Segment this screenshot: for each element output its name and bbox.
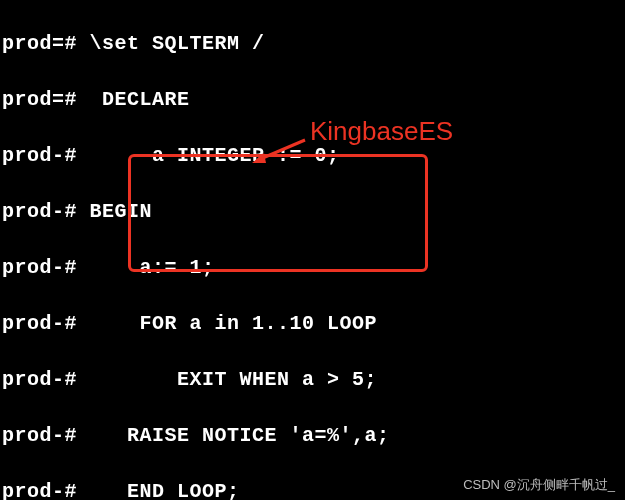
terminal-line: prod=# \set SQLTERM / (2, 30, 625, 58)
annotation-label: KingbaseES (310, 113, 453, 149)
terminal-line: prod-# RAISE NOTICE 'a=%',a; (2, 422, 625, 450)
terminal-line: prod-# BEGIN (2, 198, 625, 226)
terminal-line: prod-# FOR a in 1..10 LOOP (2, 310, 625, 338)
terminal-output: prod=# \set SQLTERM / prod=# DECLARE pro… (0, 0, 625, 500)
terminal-line: prod-# a:= 1; (2, 254, 625, 282)
watermark-text: CSDN @沉舟侧畔千帆过_ (463, 476, 615, 494)
terminal-line: prod=# DECLARE (2, 86, 625, 114)
terminal-line: prod-# EXIT WHEN a > 5; (2, 366, 625, 394)
